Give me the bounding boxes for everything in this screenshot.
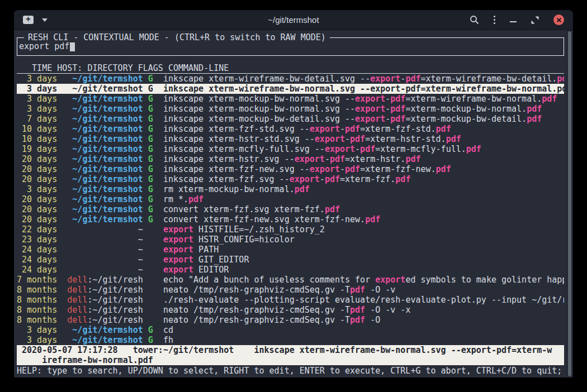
search-icon[interactable]: [470, 15, 479, 25]
selected-command-detail: 2020-05-07 17:17:28 tower:~/git/termshot…: [17, 345, 564, 365]
history-row[interactable]: 24 days ~ export GIT_EDITOR: [17, 255, 564, 265]
history-row[interactable]: 10 days ~/git/termshot G inkscape xterm-…: [17, 134, 564, 144]
search-box[interactable]: RESH CLI - CONTEXTUAL MODE - (CTRL+R to …: [17, 37, 564, 56]
close-icon[interactable]: [553, 15, 564, 25]
history-rows: 3 days ~/git/termshot G inkscape xterm-w…: [17, 74, 564, 345]
scrollbar-thumb[interactable]: [568, 31, 571, 376]
search-query: export pdf: [19, 41, 69, 51]
history-row[interactable]: 3 days ~/git/termshot G inkscape xterm-w…: [17, 74, 564, 84]
history-row[interactable]: 10 days ~/git/termshot G inkscape xterm-…: [17, 124, 564, 134]
history-row[interactable]: 20 days ~/git/termshot G inkscape xterm-…: [17, 154, 564, 164]
history-row[interactable]: 20 days ~/git/termshot G convert xterm-f…: [17, 204, 564, 214]
history-row[interactable]: 3 days ~/git/termshot G rm xterm-mockup-…: [17, 184, 564, 194]
history-row[interactable]: 8 months dell:~/git/resh neato /tmp/resh…: [17, 315, 564, 325]
history-row[interactable]: 20 days ~/git/termshot G inkscape xterm-…: [17, 174, 564, 184]
history-row[interactable]: 24 days ~ export EDITOR: [17, 265, 564, 275]
history-row[interactable]: 8 months dell:~/git/resh neato /tmp/resh…: [17, 285, 564, 295]
history-row[interactable]: 23 days ~ export HSTR_CONFIG=hicolor: [17, 235, 564, 245]
detail-line-2: ireframe-bw-normal.pdf: [17, 355, 564, 365]
history-row[interactable]: 8 months dell:~/git/resh ./resh-evaluate…: [17, 295, 564, 305]
history-row[interactable]: 20 days ~/git/termshot G convert xterm-f…: [17, 214, 564, 224]
history-row[interactable]: 7 days ~/git/termshot G inkscape xterm-m…: [17, 114, 564, 124]
titlebar: ~/git/termshot: [14, 10, 573, 30]
terminal-screen: RESH CLI - CONTEXTUAL MODE - (CTRL+R to …: [14, 30, 573, 377]
history-row[interactable]: 3 days ~/git/termshot G cd: [17, 325, 564, 335]
history-row[interactable]: 22 days ~ export HISTFILE=~/.zsh_history…: [17, 224, 564, 235]
history-row-selected[interactable]: 3 days ~/git/termshot G inkscape xterm-w…: [17, 84, 564, 94]
help-line: HELP: type to search, UP/DOWN to select,…: [17, 366, 564, 376]
tab-dropdown-icon[interactable]: [42, 18, 48, 22]
scrollbar-track[interactable]: [566, 30, 573, 377]
text-cursor: [70, 42, 75, 51]
history-row[interactable]: 3 days ~/git/termshot G inkscape xterm-m…: [17, 94, 564, 104]
table-header: TIME HOST: DIRECTORY FLAGS COMMAND-LINE: [17, 63, 564, 74]
detail-line-1: 2020-05-07 17:17:28 tower:~/git/termshot…: [17, 345, 564, 355]
menu-kebab-icon[interactable]: [494, 16, 495, 24]
terminal-window: ~/git/termshot RESH CLI - CONTEXTUAL MOD…: [14, 10, 573, 377]
history-row[interactable]: 3 days ~/git/termshot G inkscape xterm-m…: [17, 104, 564, 114]
history-row[interactable]: 20 days ~/git/termshot G inkscape xterm-…: [17, 164, 564, 174]
minimize-icon[interactable]: [510, 21, 517, 22]
history-row[interactable]: 24 days ~ export PATH: [17, 245, 564, 255]
search-box-label: RESH CLI - CONTEXTUAL MODE - (CTRL+R to …: [24, 32, 330, 42]
window-title: ~/git/termshot: [268, 15, 319, 25]
history-row[interactable]: 7 months dell:~/git/resh echo "Add a bun…: [17, 275, 564, 285]
history-row[interactable]: 8 months dell:~/git/resh neato /tmp/resh…: [17, 305, 564, 315]
history-row[interactable]: 20 days ~/git/termshot G rm *.pdf: [17, 194, 564, 204]
history-row[interactable]: 19 days ~/git/termshot G inkscape xterm-…: [17, 144, 564, 154]
restore-icon[interactable]: [531, 16, 539, 24]
new-tab-icon[interactable]: [23, 16, 34, 24]
history-row[interactable]: 3 days ~/git/termshot G fh: [17, 335, 564, 345]
